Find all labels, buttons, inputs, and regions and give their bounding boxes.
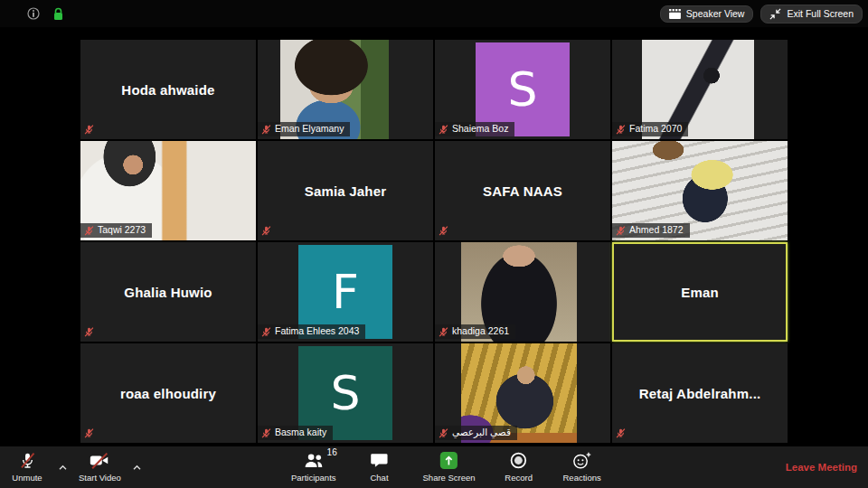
reactions-button[interactable]: Reactions — [562, 450, 602, 483]
participant-name: Samia Jaher — [258, 141, 433, 240]
share-screen-icon — [439, 450, 458, 470]
participant-name: Ghalia Huwio — [80, 242, 256, 342]
chat-icon — [370, 450, 389, 470]
participant-tile[interactable]: Eman — [612, 242, 788, 342]
name-label: Shaiema Boz — [435, 122, 514, 136]
mic-muted-icon — [261, 428, 271, 438]
start-video-label: Start Video — [79, 473, 121, 483]
participant-tile[interactable]: roaa elhoudiry — [80, 343, 256, 443]
unmute-label: Unmute — [12, 473, 42, 483]
name-label: khadiga 2261 — [435, 324, 515, 339]
participant-tile[interactable]: Fatima 2070 — [612, 40, 788, 139]
participant-name: Hoda ahwaide — [80, 40, 256, 139]
participants-label: Participants — [291, 473, 336, 483]
participant-name: khadiga 2261 — [452, 326, 509, 337]
participant-name: SAFA NAAS — [435, 141, 610, 240]
participant-name: Retaj Abdelrahm... — [612, 343, 788, 443]
speaker-view-icon — [669, 9, 681, 19]
video-area: Hoda ahwaideEman ElyamanySShaiema BozFat… — [0, 27, 868, 446]
participant-name: Taqwi 2273 — [98, 225, 146, 236]
mic-muted-icon — [439, 428, 448, 438]
participant-name: Eman Elyamany — [275, 124, 344, 135]
video-options-caret[interactable] — [130, 456, 144, 476]
exit-full-screen-icon — [769, 8, 781, 20]
participant-grid: Hoda ahwaideEman ElyamanySShaiema BozFat… — [80, 40, 788, 446]
exit-full-screen-label: Exit Full Screen — [787, 9, 854, 19]
exit-full-screen-button[interactable]: Exit Full Screen — [760, 5, 863, 23]
participant-tile[interactable]: Ahmed 1872 — [612, 141, 788, 240]
chat-label: Chat — [370, 473, 388, 483]
mic-muted-icon — [261, 125, 271, 135]
name-label: Eman Elyamany — [258, 122, 350, 136]
participant-tile[interactable]: khadiga 2261 — [435, 242, 610, 342]
name-label: Fatima 2070 — [612, 122, 688, 136]
top-bar: Speaker View Exit Full Screen — [0, 0, 868, 27]
mic-muted-icon — [261, 226, 271, 236]
share-screen-button[interactable]: Share Screen — [423, 450, 476, 483]
start-video-button[interactable]: Start Video — [79, 450, 121, 483]
chat-button[interactable]: Chat — [360, 450, 400, 483]
reactions-label: Reactions — [562, 473, 600, 483]
name-label — [435, 224, 452, 238]
mic-muted-icon — [18, 450, 37, 470]
name-label: Taqwi 2273 — [80, 223, 152, 238]
participant-name: Fatima 2070 — [629, 124, 682, 135]
record-label: Record — [505, 473, 533, 483]
participant-tile[interactable]: Ghalia Huwio — [80, 242, 256, 342]
speaker-view-label: Speaker View — [686, 9, 745, 19]
mic-muted-icon — [84, 226, 94, 236]
participant-name: roaa elhoudiry — [80, 343, 256, 443]
mic-muted-icon — [439, 327, 448, 337]
mic-muted-icon — [84, 428, 94, 438]
participants-button[interactable]: 16 Participants — [291, 450, 336, 483]
participant-name: Shaiema Boz — [452, 124, 508, 135]
mic-muted-icon — [439, 125, 448, 135]
name-label: قصي البرعصي — [435, 426, 517, 440]
mic-muted-icon — [261, 327, 271, 337]
bottom-toolbar: Unmute Start Video 16 Participa — [0, 446, 868, 488]
participant-tile[interactable]: قصي البرعصي — [435, 343, 610, 443]
share-screen-label: Share Screen — [423, 473, 476, 483]
participant-tile[interactable]: SAFA NAAS — [435, 141, 610, 240]
mic-muted-icon — [616, 226, 626, 236]
leave-meeting-button[interactable]: Leave Meeting — [786, 462, 857, 473]
participant-tile[interactable]: Taqwi 2273 — [80, 141, 256, 240]
mic-muted-icon — [84, 327, 94, 337]
name-label — [258, 224, 275, 238]
participant-name: Ahmed 1872 — [629, 225, 684, 236]
name-label: Ahmed 1872 — [612, 223, 690, 238]
participant-name: Basma kaity — [275, 427, 326, 438]
record-button[interactable]: Record — [499, 450, 539, 483]
participant-tile[interactable]: Retaj Abdelrahm... — [612, 343, 788, 443]
participant-tile[interactable]: SBasma kaity — [258, 343, 433, 443]
audio-options-caret[interactable] — [56, 456, 70, 476]
record-icon — [509, 450, 528, 470]
mic-muted-icon — [439, 226, 448, 236]
zoom-meeting-window: Speaker View Exit Full Screen Hoda ahwai… — [0, 0, 868, 488]
speaker-view-button[interactable]: Speaker View — [660, 5, 754, 23]
participant-tile[interactable]: SShaiema Boz — [435, 40, 610, 139]
encryption-lock-icon — [52, 7, 64, 21]
participant-name: Eman — [614, 244, 786, 340]
mic-muted-icon — [616, 125, 626, 135]
participant-name: قصي البرعصي — [452, 427, 511, 438]
reactions-icon — [572, 450, 592, 470]
participant-tile[interactable]: Hoda ahwaide — [80, 40, 256, 139]
name-label — [80, 123, 98, 136]
participant-name: Fatima Ehlees 2043 — [275, 326, 359, 337]
mic-muted-icon — [84, 125, 94, 135]
participant-tile[interactable]: FFatima Ehlees 2043 — [258, 242, 433, 342]
participant-tile[interactable]: Samia Jaher — [258, 141, 433, 240]
name-label — [80, 427, 98, 440]
participant-tile[interactable]: Eman Elyamany — [258, 40, 433, 139]
name-label — [612, 427, 629, 440]
video-off-icon — [89, 450, 110, 470]
participants-count: 16 — [327, 447, 337, 457]
name-label: Basma kaity — [258, 426, 333, 440]
meeting-info-icon[interactable] — [27, 7, 40, 20]
participants-icon: 16 — [303, 450, 325, 470]
unmute-button[interactable]: Unmute — [7, 450, 47, 483]
name-label — [80, 325, 98, 339]
mic-muted-icon — [616, 428, 626, 438]
name-label: Fatima Ehlees 2043 — [258, 324, 365, 339]
